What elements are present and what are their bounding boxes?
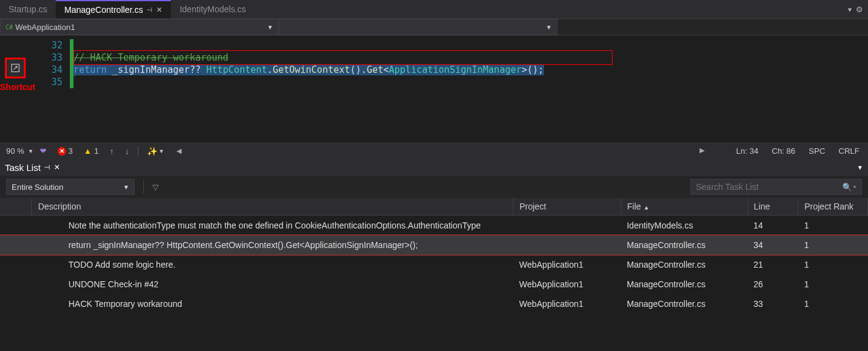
cell-project: WebApplication1 [513, 274, 621, 294]
col-project[interactable]: Project [513, 198, 621, 216]
chevron-down-icon: ▾ [853, 184, 856, 190]
annotation-highlight [74, 50, 613, 65]
line-number: 32 [33, 39, 70, 51]
cell-line: 33 [747, 294, 798, 314]
cell-desc: UNDONE Check-in #42 [32, 274, 513, 294]
code-editor[interactable]: Shortcut 32 33 34💡 35 // HACK Temporary … [0, 36, 868, 143]
scope-label: Entire Solution [12, 183, 64, 192]
panel-menu-icon[interactable]: ▼ [857, 164, 863, 171]
col-description[interactable]: Description [32, 198, 513, 216]
zoom-value: 90 % [6, 146, 25, 156]
nav-bar: C# WebApplication1 ▼ ▼ [0, 18, 868, 36]
table-header-row: Description Project File▲ Line Project R… [0, 198, 868, 216]
task-list-table: Description Project File▲ Line Project R… [0, 198, 868, 314]
table-row[interactable]: Note the authenticationType must match t… [0, 216, 868, 236]
cell-rank: 1 [798, 216, 868, 236]
cell-line: 26 [747, 274, 798, 294]
chevron-down-icon: ▼ [267, 24, 273, 31]
cell-file: ManageController.cs [621, 235, 747, 255]
table-row[interactable]: return _signInManager?? HttpContent.GetO… [0, 235, 868, 255]
cleanup-icon[interactable]: ✨ [147, 146, 157, 156]
indent-mode[interactable]: SPC [806, 146, 828, 156]
tab-identitymodels[interactable]: IdentityModels.cs [171, 0, 254, 18]
editor-statusbar: 90 % ▼ ❤ ✕ 3 ▲ 1 ↑ ↓ ✨ ▼ ◀ ▶ Ln: 34 Ch: … [0, 143, 868, 159]
cell-desc: TODO Add some logic here. [32, 255, 513, 274]
pin-icon[interactable]: ⊣ [146, 6, 153, 14]
code-text[interactable]: // HACK Temporary workaround return _sig… [74, 36, 868, 143]
pin-icon[interactable]: ⊣ [44, 164, 50, 172]
cell-project: WebApplication1 [513, 294, 621, 314]
cell-rank: 1 [798, 235, 868, 255]
col-rank[interactable]: Project Rank [798, 198, 868, 216]
filter-icon[interactable]: ▽ [153, 183, 159, 192]
cell-desc: Note the authenticationType must match t… [32, 216, 513, 236]
cell-file: ManageController.cs [621, 255, 747, 274]
sort-asc-icon: ▲ [643, 204, 649, 211]
cursor-line: Ln: 34 [734, 146, 761, 156]
cell-desc: HACK Temporary workaround [32, 294, 513, 314]
scope-project-dropdown[interactable]: C# WebApplication1 ▼ [0, 19, 279, 35]
error-icon: ✕ [58, 147, 66, 156]
line-ending[interactable]: CRLF [836, 146, 862, 156]
line-number: 35 [33, 76, 70, 88]
task-scope-dropdown[interactable]: Entire Solution ▼ [6, 179, 135, 195]
tab-label: Startup.cs [9, 4, 47, 14]
search-icon[interactable]: 🔍 [842, 183, 852, 192]
cell-line: 21 [747, 255, 798, 274]
nav-up-icon[interactable]: ↑ [110, 146, 114, 156]
csharp-icon: C# [6, 24, 13, 31]
cell-project [513, 216, 621, 236]
warning-number: 1 [94, 146, 99, 156]
line-number: 34💡 [33, 64, 70, 76]
cell-rank: 1 [798, 255, 868, 274]
zoom-control[interactable]: 90 % ▼ [6, 146, 34, 156]
document-tabs: Startup.cs ManageController.cs ⊣ ✕ Ident… [0, 0, 868, 18]
chevron-down-icon: ▼ [28, 148, 34, 154]
close-icon[interactable]: ✕ [156, 6, 162, 14]
col-line[interactable]: Line [747, 198, 798, 216]
search-field[interactable] [696, 182, 842, 192]
error-count[interactable]: ✕ 3 [58, 146, 73, 156]
tab-startup[interactable]: Startup.cs [0, 0, 56, 18]
scope-label: WebApplication1 [15, 23, 75, 32]
scroll-right-icon[interactable]: ▶ [697, 146, 707, 156]
cell-project: WebApplication1 [513, 255, 621, 274]
shortcut-label: Shortcut [0, 82, 36, 92]
close-icon[interactable]: ✕ [54, 163, 60, 172]
cell-rank: 1 [798, 294, 868, 314]
cell-file: ManageController.cs [621, 274, 747, 294]
table-row[interactable]: UNDONE Check-in #42 WebApplication1 Mana… [0, 274, 868, 294]
shortcut-icon[interactable] [5, 58, 26, 78]
col-icon[interactable] [0, 198, 32, 216]
cell-line: 14 [747, 216, 798, 236]
line-number: 33 [33, 51, 70, 64]
line-numbers: 32 33 34💡 35 [33, 36, 70, 143]
error-number: 3 [69, 146, 73, 156]
table-row[interactable]: HACK Temporary workaround WebApplication… [0, 294, 868, 314]
health-icon[interactable]: ❤ [40, 146, 47, 156]
task-list-titlebar: Task List ⊣ ✕ ▼ [0, 159, 868, 176]
separator [138, 146, 138, 156]
tab-managecontroller[interactable]: ManageController.cs ⊣ ✕ [56, 0, 171, 18]
task-list-toolbar: Entire Solution ▼ ▽ 🔍 ▾ [0, 176, 868, 198]
warning-count[interactable]: ▲ 1 [84, 146, 99, 156]
table-row[interactable]: TODO Add some logic here. WebApplication… [0, 255, 868, 274]
separator [143, 180, 144, 194]
tabs-overflow-icon[interactable]: ▾ [848, 5, 852, 14]
scope-class-dropdown[interactable]: ▼ [279, 19, 557, 35]
task-search-input[interactable]: 🔍 ▾ [690, 179, 862, 195]
gear-icon[interactable]: ⚙ [856, 5, 863, 14]
chevron-down-icon: ▼ [546, 24, 552, 31]
cell-line: 34 [747, 235, 798, 255]
cell-file: ManageController.cs [621, 294, 747, 314]
chevron-down-icon: ▼ [159, 148, 164, 154]
tab-label: IdentityModels.cs [179, 4, 246, 14]
col-file[interactable]: File▲ [621, 198, 747, 216]
editor-margin: Shortcut [0, 36, 33, 143]
scroll-left-icon[interactable]: ◀ [176, 147, 181, 155]
nav-down-icon[interactable]: ↓ [125, 146, 129, 156]
warning-icon: ▲ [84, 146, 92, 156]
tab-label: ManageController.cs [64, 5, 143, 15]
cell-project [513, 235, 621, 255]
cell-file: IdentityModels.cs [621, 216, 747, 236]
